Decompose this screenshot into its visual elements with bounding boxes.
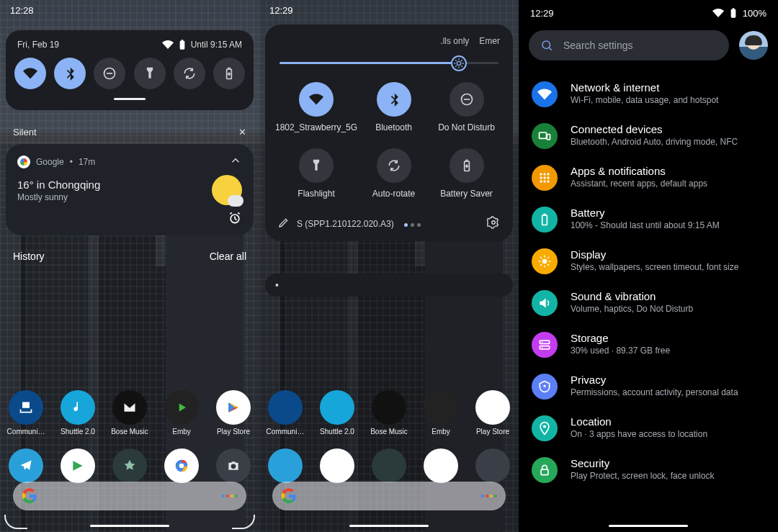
brightness-thumb[interactable]	[451, 55, 467, 71]
app-shortcut[interactable]: Bose Music	[109, 390, 150, 436]
settings-row-display[interactable]: DisplayStyles, wallpapers, screen timeou…	[519, 240, 778, 282]
build-text: S (SPP1.210122.020.A3)	[297, 219, 394, 229]
svg-rect-24	[540, 132, 547, 138]
assistant-icon[interactable]	[481, 495, 497, 497]
settings-row-security[interactable]: SecurityPlay Protect, screen lock, face …	[519, 449, 778, 491]
dock-app-telegram[interactable]	[9, 448, 43, 483]
settings-title: Battery	[571, 207, 720, 219]
history-button[interactable]: History	[13, 251, 45, 262]
settings-gear-icon[interactable]	[487, 216, 500, 231]
svg-point-31	[547, 176, 549, 179]
qs-dnd[interactable]	[94, 58, 125, 89]
settings-subtitle: 100% - Should last until about 9:15 AM	[571, 220, 720, 230]
location-icon	[532, 415, 558, 441]
search-bar[interactable]	[272, 482, 506, 510]
tile-bluetooth[interactable]: Bluetooth	[357, 82, 430, 132]
dock-app[interactable]	[268, 448, 303, 483]
app-shortcut[interactable]: Play Store	[213, 390, 254, 436]
dock-app-generic[interactable]	[112, 448, 147, 483]
dock-app[interactable]	[320, 448, 354, 483]
settings-row-wifi[interactable]: Network & internetWi-Fi, mobile, data us…	[519, 73, 778, 115]
svg-point-28	[547, 173, 549, 175]
silent-dismiss-icon[interactable]: ✕	[238, 127, 246, 137]
settings-row-battery[interactable]: Battery100% - Should last until about 9:…	[519, 199, 778, 240]
shade-handle[interactable]	[114, 98, 146, 100]
app-shortcut[interactable]: Play Store	[473, 390, 513, 436]
app-shortcut[interactable]: Shuttle 2.0	[58, 390, 98, 436]
svg-line-10	[238, 213, 240, 215]
settings-title: Apps & notifications	[571, 165, 707, 177]
search-settings-input[interactable]: Search settings	[529, 30, 729, 60]
status-clock: 12:29	[269, 5, 293, 16]
notification-shade-compact[interactable]: Fri, Feb 19 Until 9:15 AM	[6, 30, 254, 110]
settings-list: Network & internetWi-Fi, mobile, data us…	[519, 71, 778, 497]
home-app-row: Communi… Shuttle 2.0 Bose Music Emby Pla…	[259, 390, 519, 436]
tile-flashlight[interactable]: Flashlight	[275, 148, 357, 199]
settings-title: Location	[571, 415, 707, 428]
app-shortcut[interactable]: Emby	[161, 390, 202, 436]
settings-row-sound[interactable]: Sound & vibrationVolume, haptics, Do Not…	[519, 282, 778, 324]
brightness-slider[interactable]	[280, 55, 498, 72]
settings-app: 12:29 100% Search settings Network & int…	[519, 0, 778, 532]
svg-point-37	[542, 259, 547, 264]
app-shortcut[interactable]: Shuttle 2.0	[317, 390, 357, 436]
qs-battery-saver[interactable]	[213, 58, 245, 89]
app-shortcut[interactable]: Emby	[421, 390, 461, 436]
settings-row-apps[interactable]: Apps & notificationsAssistant, recent ap…	[519, 157, 778, 199]
settings-row-devices[interactable]: Connected devicesBluetooth, Android Auto…	[519, 115, 778, 157]
clear-all-button[interactable]: Clear all	[210, 251, 246, 262]
qs-bluetooth[interactable]	[54, 58, 86, 89]
app-shortcut[interactable]: Bose Music	[369, 390, 409, 436]
tile-wifi[interactable]: 1802_Strawberry_5G	[275, 82, 357, 132]
settings-title: Storage	[571, 332, 670, 344]
weather-notification[interactable]: Google • 17m 16° in Chongqing Mostly sun…	[6, 144, 254, 235]
alarm-icon[interactable]	[17, 211, 242, 225]
assistant-icon[interactable]	[222, 495, 238, 497]
media-bar[interactable]: •	[265, 274, 513, 297]
dock-app-chrome[interactable]	[164, 448, 199, 483]
page-indicator	[401, 219, 421, 229]
nav-gesture-bar[interactable]	[349, 525, 429, 527]
settings-row-privacy[interactable]: PrivacyPermissions, account activity, pe…	[519, 366, 778, 407]
dock-app[interactable]	[372, 448, 406, 483]
settings-subtitle: On · 3 apps have access to location	[571, 429, 707, 439]
dock-app[interactable]	[475, 448, 510, 483]
app-shortcut[interactable]: Communi…	[265, 390, 305, 436]
settings-title: Privacy	[571, 374, 738, 386]
settings-row-storage[interactable]: Storage30% used · 89.37 GB free	[519, 324, 778, 366]
quick-settings-row	[13, 58, 246, 89]
nav-gesture-bar[interactable]	[609, 525, 688, 527]
battery-icon	[532, 207, 558, 233]
svg-point-30	[543, 176, 545, 179]
silent-label: Silent	[13, 127, 37, 137]
battery-status-icon	[728, 7, 739, 19]
dock-app-camera[interactable]	[216, 448, 251, 483]
app-shortcut[interactable]: Communi…	[6, 390, 46, 436]
settings-title: Display	[571, 248, 738, 261]
qs-flashlight[interactable]	[134, 58, 166, 89]
expand-chevron-icon[interactable]	[229, 154, 242, 169]
tile-autorotate[interactable]: Auto-rotate	[357, 148, 430, 199]
svg-point-33	[543, 180, 545, 182]
qs-autorotate[interactable]	[174, 58, 205, 89]
svg-point-43	[543, 425, 546, 428]
qs-wifi[interactable]	[14, 58, 46, 89]
edit-tiles-icon[interactable]	[278, 217, 290, 230]
svg-point-29	[540, 176, 542, 179]
dock-app[interactable]	[424, 448, 458, 483]
svg-point-14	[457, 61, 461, 65]
svg-point-34	[547, 180, 549, 182]
dock-app-play[interactable]	[61, 448, 95, 483]
search-bar[interactable]	[13, 482, 246, 510]
nav-gesture-bar[interactable]	[90, 525, 169, 527]
google-logo-icon	[22, 488, 37, 504]
settings-title: Sound & vibration	[571, 290, 693, 302]
quick-settings-expanded[interactable]: .lls only Emer 1802_Strawberry_5G Blueto…	[265, 24, 513, 241]
svg-rect-38	[540, 341, 549, 343]
battery-status-icon	[176, 39, 188, 50]
tile-battery-saver[interactable]: Battery Saver	[430, 148, 503, 199]
wifi-icon	[532, 81, 558, 107]
profile-avatar[interactable]	[739, 31, 768, 60]
settings-row-location[interactable]: LocationOn · 3 apps have access to locat…	[519, 407, 778, 449]
tile-dnd[interactable]: Do Not Disturb	[430, 82, 503, 132]
